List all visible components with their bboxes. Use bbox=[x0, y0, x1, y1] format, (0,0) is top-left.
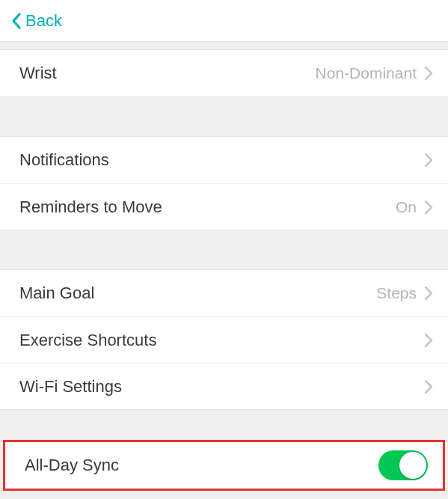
row-label: Wi-Fi Settings bbox=[19, 377, 424, 397]
chevron-right-icon bbox=[424, 153, 433, 168]
row-label: Wrist bbox=[19, 64, 316, 83]
nav-header: Back bbox=[0, 0, 448, 42]
row-value: On bbox=[396, 198, 417, 216]
row-wifi-settings[interactable]: Wi-Fi Settings bbox=[0, 363, 448, 409]
row-label: All-Day Sync bbox=[25, 456, 378, 475]
back-button[interactable]: Back bbox=[10, 11, 62, 31]
row-wrist[interactable]: Wrist Non-Dominant bbox=[0, 50, 448, 97]
toggle-knob bbox=[399, 452, 426, 479]
highlight-box: All-Day Sync bbox=[3, 440, 445, 491]
group-sync: All-Day Sync bbox=[5, 442, 443, 489]
chevron-right-icon bbox=[424, 379, 433, 394]
row-main-goal[interactable]: Main Goal Steps bbox=[0, 270, 448, 316]
section-gap bbox=[0, 42, 448, 49]
chevron-right-icon bbox=[424, 66, 433, 81]
row-reminders-to-move[interactable]: Reminders to Move On bbox=[0, 183, 448, 230]
all-day-sync-toggle[interactable] bbox=[378, 450, 428, 480]
row-label: Reminders to Move bbox=[19, 198, 396, 217]
section-gap bbox=[0, 230, 448, 269]
chevron-right-icon bbox=[424, 333, 433, 348]
section-gap bbox=[0, 410, 448, 440]
section-gap bbox=[0, 97, 448, 136]
chevron-right-icon bbox=[424, 286, 433, 301]
chevron-left-icon bbox=[10, 12, 22, 30]
row-notifications[interactable]: Notifications bbox=[0, 137, 448, 183]
row-label: Notifications bbox=[19, 150, 424, 170]
group-wrist: Wrist Non-Dominant bbox=[0, 49, 448, 97]
row-value: Steps bbox=[376, 284, 417, 302]
row-value: Non-Dominant bbox=[316, 64, 417, 82]
group-main: Main Goal Steps Exercise Shortcuts Wi-Fi… bbox=[0, 269, 448, 410]
row-label: Main Goal bbox=[19, 284, 376, 303]
back-label: Back bbox=[25, 11, 62, 31]
row-exercise-shortcuts[interactable]: Exercise Shortcuts bbox=[0, 316, 448, 363]
group-notifications: Notifications Reminders to Move On bbox=[0, 136, 448, 230]
row-label: Exercise Shortcuts bbox=[19, 331, 424, 350]
row-all-day-sync[interactable]: All-Day Sync bbox=[5, 442, 443, 489]
chevron-right-icon bbox=[424, 200, 433, 215]
